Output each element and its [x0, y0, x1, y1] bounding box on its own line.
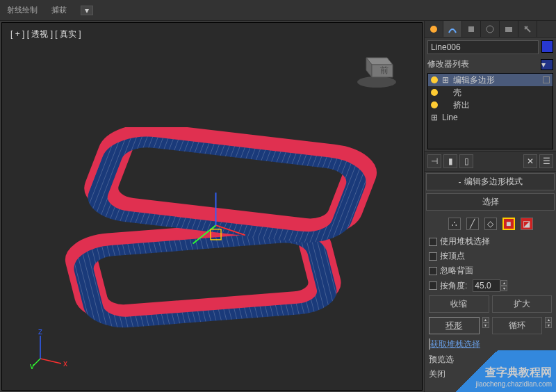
viewcube[interactable]: 前	[352, 44, 401, 92]
subobj-vertex[interactable]: ∴	[448, 218, 461, 230]
btn-loop[interactable]: 循环	[492, 317, 543, 334]
viewport-label[interactable]: [ + ] [ 透视 ] [ 真实 ]	[10, 28, 81, 40]
stack-label: Line	[442, 113, 458, 122]
bulb-icon[interactable]	[431, 76, 438, 83]
stack-toggle-icon[interactable]	[543, 76, 550, 83]
subobj-polygon[interactable]: ■	[502, 218, 515, 230]
modifier-list-dropdown[interactable]: ▾	[541, 59, 553, 70]
menu-item-capture[interactable]: 捕获	[51, 5, 67, 15]
ring-down[interactable]: ▾	[482, 322, 489, 328]
tab-motion[interactable]	[481, 21, 500, 37]
svg-text:x: x	[63, 359, 67, 368]
chk-by-angle[interactable]	[429, 281, 437, 290]
tab-hierarchy[interactable]	[462, 21, 481, 37]
rollout-header[interactable]: -编辑多边形模式	[426, 173, 555, 190]
pin-stack-button[interactable]: ⊣	[427, 154, 441, 168]
stack-label: 壳	[453, 87, 461, 99]
stack-label: 编辑多边形	[453, 74, 495, 86]
main-area: [ + ] [ 透视 ] [ 真实 ] 前	[0, 21, 556, 392]
subobj-element[interactable]: ◪	[521, 218, 533, 230]
remove-modifier-button[interactable]: ✕	[523, 154, 537, 168]
spin-down[interactable]: ▾	[500, 286, 507, 291]
command-panel-tabs	[425, 21, 556, 38]
object-name-input[interactable]	[427, 40, 539, 54]
watermark: 查字典教程网 jiaocheng.chazidian.com	[431, 350, 556, 392]
bulb-icon[interactable]	[431, 101, 438, 108]
loop-up[interactable]: ▴	[545, 317, 552, 322]
chk-use-stack[interactable]	[429, 238, 437, 246]
svg-text:y: y	[30, 361, 34, 369]
loop-down[interactable]: ▾	[545, 322, 552, 328]
model-geometry	[30, 127, 391, 350]
ring-up[interactable]: ▴	[482, 317, 489, 322]
svg-point-23	[486, 26, 493, 33]
svg-text:z: z	[38, 327, 42, 336]
stack-item-edit-poly[interactable]: ⊞ 编辑多边形	[428, 74, 553, 86]
make-unique-button[interactable]: ▯	[459, 154, 473, 168]
btn-ring[interactable]: 环形	[429, 317, 480, 334]
stack-item-line[interactable]: ⊞ Line	[428, 111, 553, 124]
svg-point-21	[430, 26, 437, 33]
dropdown-icon[interactable]: ▾	[81, 6, 93, 15]
chk-ignore-backface[interactable]	[429, 267, 437, 275]
subobj-edge[interactable]: ╱	[466, 218, 479, 230]
chk-by-vertex[interactable]	[429, 252, 437, 261]
tab-display[interactable]	[500, 21, 518, 37]
viewport-perspective[interactable]: [ + ] [ 透视 ] [ 真实 ] 前	[1, 22, 423, 391]
rollout-header[interactable]: 选择	[426, 193, 555, 211]
tab-modify[interactable]	[443, 21, 462, 37]
stack-item-extrude[interactable]: 挤出	[428, 99, 553, 111]
expand-icon[interactable]: ⊞	[431, 113, 438, 122]
modifier-stack[interactable]: ⊞ 编辑多边形 壳 挤出 ⊞ Line	[427, 73, 553, 149]
command-panel: 修改器列表 ▾ ⊞ 编辑多边形 壳 挤出 ⊞ Line	[424, 21, 556, 392]
link-get-stack-selection[interactable]: 获取堆栈选择	[430, 339, 480, 349]
axis-tripod: x y z	[30, 327, 72, 369]
btn-grow[interactable]: 扩大	[492, 295, 553, 313]
svg-point-0	[357, 76, 396, 88]
tab-utilities[interactable]	[518, 21, 537, 37]
svg-rect-22	[468, 26, 474, 32]
svg-line-15	[40, 359, 61, 364]
menu-item-raytrace[interactable]: 射线绘制	[7, 5, 38, 15]
object-color-swatch[interactable]	[541, 40, 553, 53]
tab-create[interactable]	[425, 21, 443, 37]
spin-up[interactable]: ▴	[500, 280, 507, 286]
top-menu-bar: 射线绘制 捕获 ▾	[0, 0, 556, 21]
stack-item-shell[interactable]: 壳	[428, 86, 553, 99]
subobj-border[interactable]: ◇	[484, 218, 497, 230]
angle-spinner[interactable]	[473, 279, 500, 292]
stack-toolbar: ⊣ ▮ ▯ ✕ ☰	[425, 151, 556, 172]
show-end-result-button[interactable]: ▮	[443, 154, 457, 168]
svg-rect-24	[505, 27, 512, 32]
expand-icon[interactable]: ⊞	[442, 75, 449, 85]
modifier-list-label: 修改器列表	[427, 58, 541, 70]
svg-text:前: 前	[380, 65, 389, 75]
bulb-icon[interactable]	[431, 89, 438, 96]
btn-shrink[interactable]: 收缩	[429, 295, 489, 313]
stack-label: 挤出	[453, 99, 470, 111]
configure-sets-button[interactable]: ☰	[539, 154, 553, 168]
rollout-edit-poly-mode: -编辑多边形模式	[426, 173, 555, 190]
subobject-row: ∴ ╱ ◇ ■ ◪	[429, 213, 552, 234]
